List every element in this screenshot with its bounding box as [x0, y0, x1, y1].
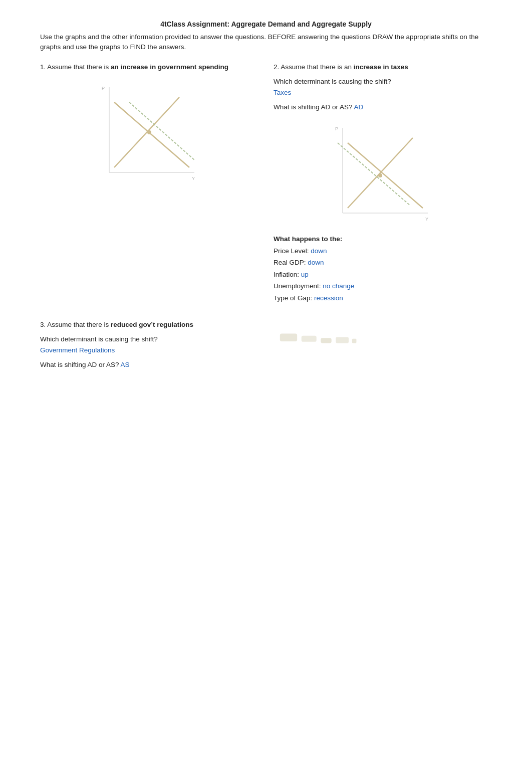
q3-shifting-prompt: What is shifting AD or AS? AS: [40, 359, 258, 370]
questions-row-1: 1. Assume that there is an increase in g…: [40, 62, 492, 304]
q2-inflation-label: Inflation:: [274, 271, 301, 278]
svg-text:Y: Y: [425, 217, 428, 222]
svg-rect-18: [321, 338, 331, 343]
svg-line-4: [129, 102, 194, 160]
q3-shifting-value: AS: [121, 361, 130, 368]
q2-determinant-value: Taxes: [274, 89, 291, 96]
q2-results-header: What happens to the:: [274, 235, 342, 243]
svg-point-13: [378, 173, 382, 177]
questions-row-2: 3. Assume that there is reduced gov’t re…: [40, 319, 492, 374]
svg-line-2: [114, 102, 189, 167]
svg-rect-20: [352, 338, 357, 343]
q2-unemployment-label: Unemployment:: [274, 282, 323, 290]
svg-rect-16: [280, 333, 297, 341]
svg-line-11: [348, 138, 413, 208]
q2-bold: increase in taxes: [354, 63, 408, 71]
q2-gap-label: Type of Gap:: [274, 294, 314, 302]
q3-determinant-prompt: Which determinant is causing the shift? …: [40, 334, 258, 355]
q2-inflation-value: up: [301, 271, 309, 278]
q1-bold: an increase in government spending: [111, 63, 228, 71]
svg-text:Y: Y: [192, 176, 195, 181]
svg-line-10: [348, 143, 423, 208]
q1-graph-area: P Y: [40, 77, 258, 187]
q2-shifting-value: AD: [354, 103, 364, 111]
q2-text-prefix: 2. Assume that there is an: [274, 63, 354, 71]
q2-graph-area: P Y: [274, 118, 492, 228]
q2-gdp-label: Real GDP:: [274, 259, 308, 266]
q2-label: 2. Assume that there is an increase in t…: [274, 62, 492, 73]
q3-graph: [274, 329, 364, 359]
q1-text-prefix: 1. Assume that there is: [40, 63, 111, 71]
svg-line-3: [114, 97, 179, 167]
q3-bold: reduced gov’t regulations: [111, 321, 193, 328]
q1-column: 1. Assume that there is an increase in g…: [40, 62, 258, 304]
svg-text:P: P: [335, 126, 338, 131]
q2-shifting-prompt: What is shifting AD or AS? AD: [274, 102, 492, 113]
q1-graph: P Y: [99, 82, 199, 182]
q3-determinant-value: Government Regulations: [40, 346, 115, 354]
q2-determinant-prompt: Which determinant is causing the shift? …: [274, 76, 492, 98]
q3-graph-area: [274, 324, 492, 364]
q2-price-level-value: down: [311, 247, 327, 255]
q2-column: 2. Assume that there is an increase in t…: [274, 62, 492, 304]
svg-rect-19: [336, 337, 349, 343]
intro-text: Use the graphs and the other information…: [40, 32, 492, 53]
page-title: 4tClass Assignment: Aggregate Demand and…: [40, 20, 492, 28]
svg-text:P: P: [102, 86, 105, 91]
q3-label: 3. Assume that there is reduced gov’t re…: [40, 319, 258, 330]
q3-column: 3. Assume that there is reduced gov’t re…: [40, 319, 258, 374]
q2-graph: P Y: [333, 123, 433, 223]
q1-label: 1. Assume that there is an increase in g…: [40, 62, 258, 73]
q2-unemployment-value: no change: [323, 282, 354, 290]
svg-point-5: [147, 130, 151, 134]
q2-gdp-value: down: [308, 259, 324, 266]
svg-rect-17: [302, 335, 317, 341]
q2-results: What happens to the: Price Level: down R…: [274, 233, 492, 304]
q2-price-level-label: Price Level:: [274, 247, 311, 255]
q2-gap-value: recession: [314, 294, 343, 302]
q3-graph-column: [274, 319, 492, 374]
q3-text-prefix: 3. Assume that there is: [40, 321, 111, 328]
